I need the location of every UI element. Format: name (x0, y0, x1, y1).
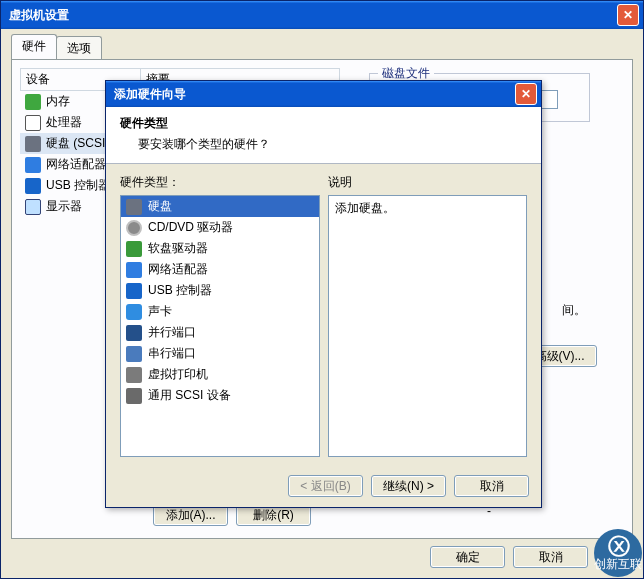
wizard-header-title: 硬件类型 (120, 115, 527, 132)
remove-button-label: 删除(R) (253, 508, 294, 522)
wizard-cancel-label: 取消 (480, 479, 504, 493)
tab-strip: 硬件 选项 (11, 37, 633, 59)
tab-options-label: 选项 (67, 41, 91, 55)
hw-item-nic[interactable]: 网络适配器 (121, 259, 319, 280)
device-label: 显示器 (46, 198, 82, 215)
main-close-button[interactable]: ✕ (617, 4, 639, 26)
device-label: 内存 (46, 93, 70, 110)
hw-item-label: 声卡 (148, 303, 172, 320)
device-label: 网络适配器 (46, 156, 106, 173)
add-hardware-wizard: 添加硬件向导 ✕ 硬件类型 要安装哪个类型的硬件？ 硬件类型： 硬盘 CD/DV… (105, 80, 542, 508)
sound-icon (126, 304, 142, 320)
wizard-back-button: < 返回(B) (288, 475, 363, 497)
hw-item-printer[interactable]: 虚拟打印机 (121, 364, 319, 385)
hw-item-label: 串行端口 (148, 345, 196, 362)
hw-item-label: 并行端口 (148, 324, 196, 341)
usb-icon (126, 283, 142, 299)
description-label: 说明 (328, 174, 528, 191)
watermark-icon: ⓧ (608, 536, 628, 558)
cancel-button-label: 取消 (539, 550, 563, 564)
monitor-icon (25, 199, 41, 215)
wizard-close-button[interactable]: ✕ (515, 83, 537, 105)
tab-options[interactable]: 选项 (56, 36, 102, 60)
device-label: 处理器 (46, 114, 82, 131)
usb-icon (25, 178, 41, 194)
wizard-header: 硬件类型 要安装哪个类型的硬件？ (106, 107, 541, 164)
hw-item-label: 软盘驱动器 (148, 240, 208, 257)
hw-item-label: 网络适配器 (148, 261, 208, 278)
device-label: USB 控制器 (46, 177, 110, 194)
advanced-button-label: 高级(V)... (535, 349, 585, 363)
hardware-type-list[interactable]: 硬盘 CD/DVD 驱动器 软盘驱动器 网络适配器 USB 控制器 (120, 195, 320, 457)
close-icon: ✕ (521, 87, 531, 101)
floppy-icon (126, 241, 142, 257)
watermark-text: 创新互联 (594, 558, 642, 570)
nic-icon (25, 157, 41, 173)
main-dialog-buttons: 确定 取消 (430, 546, 588, 568)
main-title: 虚拟机设置 (9, 7, 69, 24)
wizard-cancel-button[interactable]: 取消 (454, 475, 529, 497)
cancel-button[interactable]: 取消 (513, 546, 588, 568)
printer-icon (126, 367, 142, 383)
wizard-body: 硬件类型： 硬盘 CD/DVD 驱动器 软盘驱动器 网络适配器 (106, 164, 541, 464)
watermark-badge: ⓧ 创新互联 (594, 529, 642, 577)
cpu-icon (25, 115, 41, 131)
parallel-icon (126, 325, 142, 341)
wizard-footer: < 返回(B) 继续(N) > 取消 (288, 475, 529, 497)
main-titlebar: 虚拟机设置 ✕ (1, 1, 643, 29)
close-icon: ✕ (623, 8, 633, 22)
memory-icon (25, 94, 41, 110)
tab-hardware-label: 硬件 (22, 39, 46, 53)
ok-button-label: 确定 (456, 550, 480, 564)
hw-item-label: USB 控制器 (148, 282, 212, 299)
wizard-title: 添加硬件向导 (114, 86, 186, 103)
add-button-label: 添加(A)... (166, 508, 216, 522)
ok-button[interactable]: 确定 (430, 546, 505, 568)
next-button-label: 继续(N) > (383, 479, 434, 493)
hw-item-floppy[interactable]: 软盘驱动器 (121, 238, 319, 259)
hw-item-sound[interactable]: 声卡 (121, 301, 319, 322)
back-button-label: < 返回(B) (300, 479, 350, 493)
nic-icon (126, 262, 142, 278)
hdd-icon (126, 199, 142, 215)
serial-icon (126, 346, 142, 362)
description-column: 说明 添加硬盘。 (328, 174, 528, 454)
cd-icon (126, 220, 142, 236)
hardware-type-label: 硬件类型： (120, 174, 320, 191)
hw-item-parallel[interactable]: 并行端口 (121, 322, 319, 343)
hardware-type-column: 硬件类型： 硬盘 CD/DVD 驱动器 软盘驱动器 网络适配器 (120, 174, 320, 454)
tab-hardware[interactable]: 硬件 (11, 34, 57, 59)
description-box: 添加硬盘。 (328, 195, 528, 457)
wizard-next-button[interactable]: 继续(N) > (371, 475, 446, 497)
hdd-icon (25, 136, 41, 152)
hw-item-cd[interactable]: CD/DVD 驱动器 (121, 217, 319, 238)
hw-item-serial[interactable]: 串行端口 (121, 343, 319, 364)
hw-item-label: 虚拟打印机 (148, 366, 208, 383)
description-text: 添加硬盘。 (335, 201, 395, 215)
wizard-header-sub: 要安装哪个类型的硬件？ (120, 136, 527, 153)
hw-item-scsi[interactable]: 通用 SCSI 设备 (121, 385, 319, 406)
hw-item-usb[interactable]: USB 控制器 (121, 280, 319, 301)
device-label: 硬盘 (SCSI) (46, 135, 109, 152)
hw-item-label: CD/DVD 驱动器 (148, 219, 233, 236)
hw-item-label: 通用 SCSI 设备 (148, 387, 231, 404)
hw-item-label: 硬盘 (148, 198, 172, 215)
scsi-icon (126, 388, 142, 404)
wizard-titlebar: 添加硬件向导 ✕ (106, 81, 541, 107)
hw-item-hdd[interactable]: 硬盘 (121, 196, 319, 217)
